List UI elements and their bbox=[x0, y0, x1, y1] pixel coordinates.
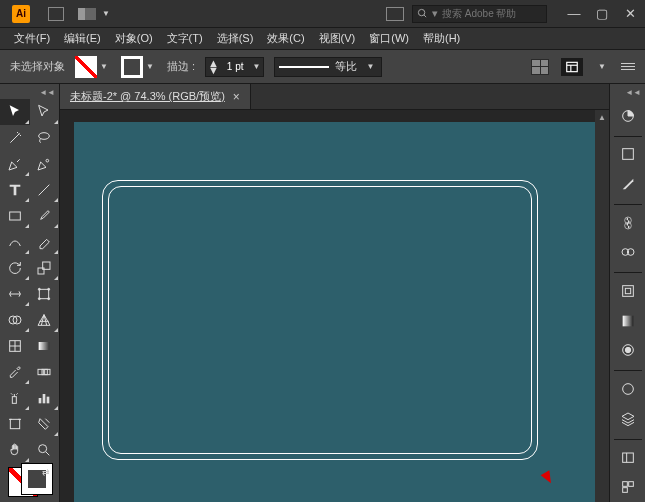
svg-point-14 bbox=[39, 298, 41, 300]
fill-stroke-control[interactable]: ⇄ bbox=[8, 467, 52, 494]
svg-rect-2 bbox=[567, 62, 578, 71]
svg-rect-40 bbox=[622, 315, 633, 326]
transparency-grid-icon[interactable] bbox=[531, 59, 549, 75]
symbols-panel-icon[interactable] bbox=[614, 210, 642, 236]
stroke-profile-select[interactable]: 等比 ▼ bbox=[274, 57, 382, 77]
type-tool[interactable] bbox=[0, 177, 30, 203]
close-tab-icon[interactable]: × bbox=[233, 90, 240, 104]
title-bar: Ai ▼ ▾ ― ▢ ✕ bbox=[0, 0, 645, 28]
panel-options-icon[interactable] bbox=[561, 58, 583, 76]
svg-point-0 bbox=[418, 9, 424, 15]
workspace-switcher[interactable]: ▼ bbox=[74, 6, 117, 22]
scroll-up-icon[interactable]: ▲ bbox=[595, 110, 609, 124]
gradient-tool[interactable] bbox=[30, 333, 60, 359]
layers-panel-icon[interactable] bbox=[614, 406, 642, 432]
line-tool[interactable] bbox=[30, 177, 60, 203]
transparency-panel-icon[interactable] bbox=[614, 338, 642, 364]
stepper-down-icon[interactable]: ▼ bbox=[208, 67, 219, 74]
lasso-tool[interactable] bbox=[30, 125, 60, 151]
selection-tool[interactable] bbox=[0, 99, 30, 125]
tools-panel: ◄◄ bbox=[0, 84, 60, 502]
selection-status: 未选择对象 bbox=[10, 59, 65, 74]
asset-export-panel-icon[interactable] bbox=[614, 445, 642, 471]
gradient-panel-icon[interactable] bbox=[614, 308, 642, 334]
search-icon bbox=[417, 8, 428, 19]
perspective-grid-tool[interactable] bbox=[30, 307, 60, 333]
pen-tool[interactable] bbox=[0, 151, 30, 177]
color-panel-icon[interactable] bbox=[614, 103, 642, 129]
vertical-scrollbar[interactable]: ▲ bbox=[595, 110, 609, 502]
expand-panels-icon[interactable]: ◄◄ bbox=[625, 88, 641, 97]
options-menu-icon[interactable] bbox=[621, 63, 635, 70]
options-bar: 未选择对象 ▼ ▼ 描边 : ▲▼ 1 pt ▼ 等比 ▼ ▼ bbox=[0, 50, 645, 84]
artboard[interactable] bbox=[74, 122, 595, 502]
free-transform-tool[interactable] bbox=[30, 281, 60, 307]
close-button[interactable]: ✕ bbox=[619, 5, 641, 23]
mesh-tool[interactable] bbox=[0, 333, 30, 359]
collapse-icon[interactable]: ◄◄ bbox=[39, 88, 55, 97]
stroke-color-control[interactable]: ▼ bbox=[121, 56, 157, 78]
graphic-styles-panel-icon[interactable] bbox=[614, 240, 642, 266]
menu-type[interactable]: 文字(T) bbox=[161, 29, 209, 48]
rectangle-tool[interactable] bbox=[0, 203, 30, 229]
search-input[interactable] bbox=[442, 8, 542, 19]
svg-point-13 bbox=[48, 288, 50, 290]
column-graph-tool[interactable] bbox=[30, 385, 60, 411]
doc-layout-icon[interactable] bbox=[48, 7, 64, 21]
scale-tool[interactable] bbox=[30, 255, 60, 281]
eraser-tool[interactable] bbox=[30, 229, 60, 255]
chevron-down-icon[interactable]: ▼ bbox=[250, 62, 264, 71]
shaper-tool[interactable] bbox=[0, 229, 30, 255]
dropdown-arrow-icon: ▾ bbox=[432, 7, 438, 20]
chevron-down-icon: ▼ bbox=[99, 9, 113, 18]
hand-tool[interactable] bbox=[0, 437, 30, 463]
rotate-tool[interactable] bbox=[0, 255, 30, 281]
svg-rect-44 bbox=[622, 453, 633, 462]
svg-line-7 bbox=[39, 185, 50, 196]
menu-object[interactable]: 对象(O) bbox=[109, 29, 159, 48]
symbol-sprayer-tool[interactable] bbox=[0, 385, 30, 411]
menu-select[interactable]: 选择(S) bbox=[211, 29, 260, 48]
width-tool[interactable] bbox=[0, 281, 30, 307]
magic-wand-tool[interactable] bbox=[0, 125, 30, 151]
chevron-down-icon: ▼ bbox=[363, 62, 377, 71]
minimize-button[interactable]: ― bbox=[563, 5, 585, 23]
blend-tool[interactable] bbox=[30, 359, 60, 385]
stroke-weight-value[interactable]: 1 pt bbox=[221, 61, 250, 72]
chevron-down-icon[interactable]: ▼ bbox=[595, 62, 609, 71]
menu-view[interactable]: 视图(V) bbox=[313, 29, 362, 48]
document-tabs: 未标题-2* @ 74.3% (RGB/预览) × bbox=[60, 84, 609, 110]
svg-point-42 bbox=[625, 348, 630, 353]
curvature-tool[interactable] bbox=[30, 151, 60, 177]
paintbrush-tool[interactable] bbox=[30, 203, 60, 229]
canvas-viewport[interactable]: ▲ bbox=[60, 110, 609, 502]
fill-color-control[interactable]: ▼ bbox=[75, 56, 111, 78]
menu-file[interactable]: 文件(F) bbox=[8, 29, 56, 48]
menu-window[interactable]: 窗口(W) bbox=[363, 29, 415, 48]
brushes-panel-icon[interactable] bbox=[614, 171, 642, 197]
shape-builder-tool[interactable] bbox=[0, 307, 30, 333]
cloud-sync-icon[interactable] bbox=[386, 7, 404, 21]
swap-fill-stroke-icon[interactable]: ⇄ bbox=[42, 467, 50, 477]
appearance-panel-icon[interactable] bbox=[614, 376, 642, 402]
slice-tool[interactable] bbox=[30, 411, 60, 437]
svg-rect-25 bbox=[12, 397, 16, 404]
search-box[interactable]: ▾ bbox=[412, 5, 547, 23]
svg-rect-22 bbox=[38, 369, 43, 374]
artboards-panel-icon[interactable] bbox=[614, 474, 642, 500]
zoom-tool[interactable] bbox=[30, 437, 60, 463]
svg-point-32 bbox=[39, 445, 47, 453]
swatches-panel-icon[interactable] bbox=[614, 142, 642, 168]
rounded-rectangle-inner[interactable] bbox=[108, 186, 532, 454]
menu-help[interactable]: 帮助(H) bbox=[417, 29, 466, 48]
artboard-tool[interactable] bbox=[0, 411, 30, 437]
eyedropper-tool[interactable] bbox=[0, 359, 30, 385]
document-tab[interactable]: 未标题-2* @ 74.3% (RGB/预览) × bbox=[60, 84, 251, 109]
stroke-panel-icon[interactable] bbox=[614, 278, 642, 304]
menu-effect[interactable]: 效果(C) bbox=[261, 29, 310, 48]
maximize-button[interactable]: ▢ bbox=[591, 5, 613, 23]
stroke-weight-stepper[interactable]: ▲▼ 1 pt ▼ bbox=[205, 57, 265, 77]
direct-selection-tool[interactable] bbox=[30, 99, 60, 125]
menu-edit[interactable]: 编辑(E) bbox=[58, 29, 107, 48]
svg-line-33 bbox=[46, 452, 49, 455]
